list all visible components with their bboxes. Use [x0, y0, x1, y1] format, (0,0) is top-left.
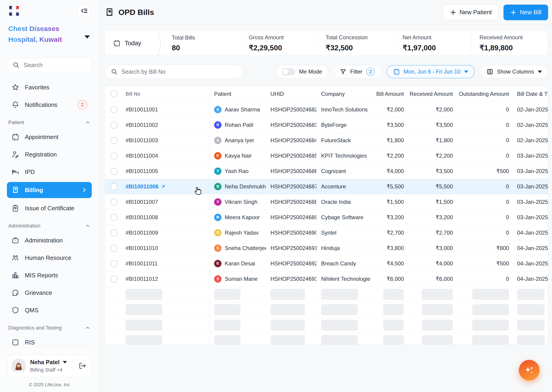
skeleton-cell: [126, 320, 162, 331]
sidebar-search-input[interactable]: [24, 62, 86, 69]
logout-icon: [79, 362, 86, 370]
show-columns-button[interactable]: Show Columns: [480, 65, 548, 78]
me-mode-toggle[interactable]: Me Mode: [276, 65, 328, 78]
sidebar-item-administration[interactable]: Administration: [7, 233, 92, 248]
briefcase-icon: [12, 237, 19, 244]
row-checkbox[interactable]: [111, 199, 117, 205]
column-header-bill-amount[interactable]: Bill Amount: [371, 91, 404, 97]
skeleton-cell: [321, 335, 358, 345]
calendar-icon: [113, 40, 121, 47]
stat-total-concession: Total Concession ₹32,500: [317, 31, 394, 56]
row-checkbox[interactable]: [111, 245, 117, 252]
table-row[interactable]: #BI10011005 YYash Rao HSHOP250024686 Cog…: [105, 164, 548, 179]
table-row[interactable]: #BI10011001 AAarav Sharma HSHOP250024682…: [105, 102, 548, 117]
sidebar-item-ipd[interactable]: IPD: [7, 165, 92, 179]
skeleton-cell: [517, 320, 545, 331]
skeleton-row: [105, 333, 548, 345]
new-patient-button[interactable]: New Patient: [443, 5, 498, 20]
table-row[interactable]: #BI10011004 KKavya Nair HSHOP250024685 K…: [105, 148, 548, 164]
section-patient[interactable]: Patient: [8, 119, 90, 126]
column-header-received-amount[interactable]: Received Amount: [404, 91, 453, 97]
row-checkbox[interactable]: [111, 122, 117, 128]
patient-name: Neha Deshmukh: [225, 183, 266, 190]
bill-search-input[interactable]: [122, 69, 237, 75]
skeleton-cell: [214, 289, 241, 300]
row-checkbox[interactable]: [111, 183, 117, 190]
skeleton-cell: [517, 304, 545, 315]
bill-link[interactable]: #BI10011006: [126, 183, 166, 190]
chevron-right-icon: [81, 187, 87, 193]
star-icon: [12, 84, 19, 91]
sidebar-item-notifications[interactable]: Notifications 2: [7, 98, 92, 112]
user-role: Billing Staff: [30, 367, 55, 373]
skeleton-cell: [214, 335, 241, 345]
sidebar-item-billing[interactable]: Billing: [7, 182, 92, 198]
row-checkbox[interactable]: [111, 168, 117, 175]
table-row[interactable]: #BI10011011 KKaran Desai HSHOP250024692 …: [105, 256, 548, 271]
toggle-off-icon[interactable]: [282, 68, 295, 75]
row-checkbox[interactable]: [111, 214, 117, 221]
row-checkbox[interactable]: [111, 260, 117, 267]
skeleton-cell: [126, 304, 162, 315]
notifications-badge: 2: [78, 100, 87, 110]
bill-search[interactable]: [105, 64, 243, 79]
table-row[interactable]: #BI10011008 MMeera Kapoor HSHOP250024689…: [105, 210, 548, 225]
new-bill-button[interactable]: New Bill: [503, 5, 548, 20]
skeleton-cell: [383, 289, 404, 300]
table-row-highlighted[interactable]: #BI10011006 NNeha Deshmukh HSHOP25002468…: [105, 179, 548, 194]
table-toolbar: Me Mode Filter 2 Mon, Jun 6 - Fri Jun 10…: [105, 64, 548, 79]
stat-total-bills: Total Bills 80: [163, 31, 240, 56]
sidebar-search[interactable]: [7, 58, 91, 72]
sidebar-item-issue-of-certificate[interactable]: Issue of Certificate: [7, 201, 92, 216]
section-administration[interactable]: Administration: [8, 223, 90, 229]
plus-icon: [450, 9, 456, 16]
sidebar-item-appointment[interactable]: Appointment: [7, 130, 92, 144]
sidebar-item-grievance[interactable]: Grievance: [7, 285, 92, 300]
bed-icon: [12, 168, 19, 176]
row-checkbox[interactable]: [111, 276, 117, 282]
skeleton-cell: [517, 289, 545, 300]
patient-name: Rohan Patil: [225, 122, 253, 128]
sidebar-item-qms[interactable]: QMS: [7, 303, 92, 318]
column-header-bill-no[interactable]: Bill No: [121, 86, 209, 102]
logout-button[interactable]: [73, 355, 91, 377]
hospital-selector[interactable]: Chest Diseases Hospital, Kuwait: [8, 23, 90, 45]
date-range-picker[interactable]: Mon, Jun 6 - Fri Jun 10: [387, 65, 475, 78]
table-row[interactable]: #BI10011009 RRajesh Yadav HSHOP250024690…: [105, 225, 548, 241]
sidebar-item-label: RIS: [25, 339, 35, 346]
user-menu[interactable]: Neha Patel Billing Staff +4: [7, 355, 73, 377]
sidebar-item-favorites[interactable]: Favorites: [7, 80, 92, 95]
column-header-patient[interactable]: Patient: [209, 91, 266, 97]
stat-gross-amount: Gross Amount ₹2,29,500: [240, 31, 317, 56]
table-row[interactable]: #BI10011002 RRohan Patil HSHOP250024683 …: [105, 117, 548, 133]
column-header-company[interactable]: Company: [316, 91, 371, 97]
stat-net-amount: Net Amount ₹1,97,000: [394, 31, 471, 56]
section-diagnostics-and-testing[interactable]: Diagnostics and Testing: [8, 325, 90, 331]
sidebar-item-registration[interactable]: Registration: [7, 147, 92, 162]
column-header-uhid[interactable]: UHID: [266, 91, 316, 97]
row-checkbox[interactable]: [111, 230, 117, 236]
table-row[interactable]: #BI10011012 SSuman Mane HSHOP250024693 N…: [105, 271, 548, 287]
patient-avatar: R: [214, 229, 222, 237]
select-all-checkbox[interactable]: [111, 91, 117, 97]
table-row[interactable]: #BI10011007 VVikram Singh HSHOP250024688…: [105, 194, 548, 210]
sidebar-item-mis-reports[interactable]: MIS Reports: [7, 268, 92, 283]
collapse-sidebar-button[interactable]: [78, 4, 91, 17]
table-header-row: Bill No Patient UHID Company Bill Amount…: [105, 86, 548, 102]
row-checkbox[interactable]: [111, 137, 117, 144]
filter-button[interactable]: Filter 2: [334, 65, 381, 78]
ai-assistant-fab[interactable]: [519, 360, 540, 380]
patient-name: Suman Mane: [225, 276, 258, 282]
column-header-outstanding-amount[interactable]: Outstanding Amount: [453, 91, 509, 97]
table-row[interactable]: #BI10011003 AAnanya Iyer HSHOP250024684 …: [105, 133, 548, 148]
search-icon: [111, 68, 118, 75]
skeleton-cell: [321, 320, 358, 331]
row-checkbox[interactable]: [111, 153, 117, 159]
column-header-bill-date[interactable]: Bill Date & Tim: [509, 91, 548, 97]
sidebar-item-human-resource[interactable]: Human Resource: [7, 251, 92, 265]
user-role-extra: +4: [57, 367, 63, 373]
skeleton-row: [105, 318, 548, 333]
row-checkbox[interactable]: [111, 106, 117, 113]
date-scope-today[interactable]: Today: [105, 31, 157, 56]
table-row[interactable]: #BI10011010 SSneha Chatterjee HSHOP25002…: [105, 241, 548, 256]
